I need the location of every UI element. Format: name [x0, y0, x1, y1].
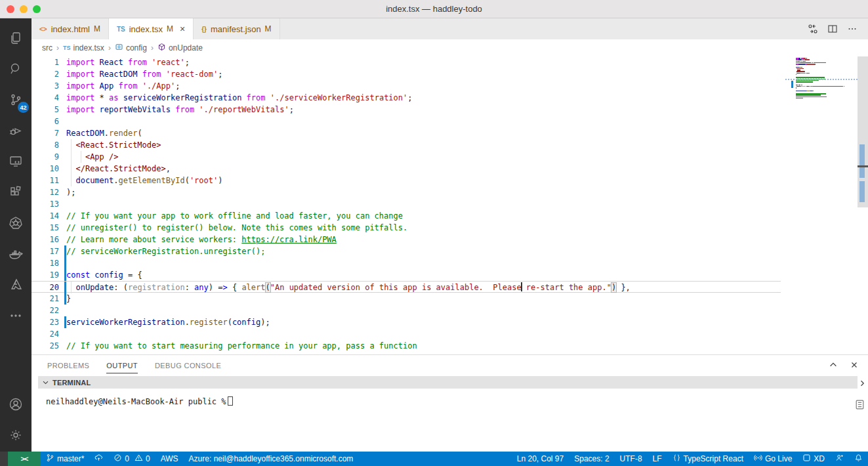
terminal-section-header[interactable]: TERMINAL	[38, 376, 858, 389]
window-close-button[interactable]	[7, 5, 14, 13]
code-line-2[interactable]: 2import ReactDOM from 'react-dom';	[31, 68, 781, 80]
code-line-21[interactable]: 21}	[31, 293, 781, 305]
statusbar-item-lf[interactable]: LF	[648, 452, 667, 466]
code-line-22[interactable]: 22	[31, 305, 781, 316]
line-number: 23	[31, 316, 59, 328]
activity-item-accounts[interactable]	[0, 390, 31, 421]
window-zoom-button[interactable]	[33, 5, 41, 13]
code-editor[interactable]: 1import React from 'react';2import React…	[31, 56, 868, 354]
broadcast-icon	[754, 454, 762, 464]
code-line-18[interactable]: 18	[31, 257, 781, 269]
code-text: // serviceWorkerRegistration.unregister(…	[66, 245, 265, 257]
overview-ruler-scrollbar[interactable]	[858, 56, 868, 354]
tab-index.tsx[interactable]: TSindex.tsxM×	[109, 18, 194, 39]
panel-tab-debug-console[interactable]: DEBUG CONSOLE	[155, 357, 221, 373]
window-minimize-button[interactable]	[20, 5, 28, 13]
statusbar-item-aws[interactable]: AWS	[155, 452, 184, 466]
activity-item-source-control[interactable]: 42	[0, 85, 31, 116]
kubernetes-icon	[8, 215, 24, 234]
modified-indicator: M	[265, 24, 272, 33]
activity-item-extensions[interactable]	[0, 178, 31, 209]
activity-item-kubernetes[interactable]	[0, 209, 31, 240]
activity-item-explorer[interactable]	[0, 24, 31, 54]
terminal-section-title: TERMINAL	[52, 379, 91, 387]
code-text: onUpdate: (registration: any) => { alert…	[66, 282, 630, 292]
activity-item-remote-explorer[interactable]	[0, 147, 31, 178]
code-text: import App from './App';	[66, 80, 180, 92]
breadcrumb-item-src[interactable]: src	[42, 43, 52, 53]
breadcrumb-item-config[interactable]: config	[115, 43, 147, 53]
statusbar-item-bell[interactable]	[849, 452, 868, 466]
breadcrumb-item-index.tsx[interactable]: TSindex.tsx	[63, 43, 104, 53]
remote-window-indicator[interactable]: ><	[8, 452, 41, 466]
code-line-6[interactable]: 6	[31, 116, 781, 127]
code-line-12[interactable]: 12);	[31, 186, 781, 198]
statusbar-item-0[interactable]: 00	[108, 452, 155, 466]
statusbar-item-typescript[interactable]: TypeScript React	[667, 452, 749, 466]
statusbar-item-cloud-upload[interactable]	[89, 452, 108, 466]
code-line-19[interactable]: 19const config = {	[31, 269, 781, 281]
statusbar-item-utf-8[interactable]: UTF-8	[615, 452, 648, 466]
code-line-10[interactable]: 10 </React.StrictMode>,	[31, 163, 781, 175]
modified-indicator: M	[94, 24, 100, 33]
activity-item-run-debug[interactable]	[0, 116, 31, 147]
maximize-panel-icon[interactable]	[827, 359, 839, 371]
indent-guide	[71, 151, 72, 163]
close-tab-icon[interactable]: ×	[180, 24, 185, 34]
gutter-modified-indicator	[64, 293, 66, 305]
feedback-person-icon	[835, 454, 844, 464]
statusbar-item-go[interactable]: Go Live	[749, 452, 797, 466]
activity-item-settings[interactable]	[0, 421, 31, 452]
line-number: 11	[31, 175, 59, 186]
statusbar-corner	[0, 452, 8, 466]
statusbar-item-spaces[interactable]: Spaces: 2	[569, 452, 614, 466]
html-file-icon: <>	[39, 26, 47, 33]
terminal-output[interactable]: neilhaddley@Neils-MacBook-Air public %	[31, 389, 868, 452]
more-actions-icon[interactable]	[846, 22, 859, 35]
code-line-24[interactable]: 24	[31, 328, 781, 340]
line-number: 15	[31, 222, 59, 234]
terminal-scrollback-icon[interactable]	[854, 399, 865, 412]
minimap[interactable]	[791, 56, 858, 354]
panel-tab-output[interactable]: OUTPUT	[106, 357, 138, 373]
statusbar-item-master[interactable]: master*	[41, 452, 89, 466]
code-line-11[interactable]: 11 document.getElementById('root')	[31, 175, 781, 186]
bell-icon	[854, 454, 863, 464]
activity-item-more[interactable]	[0, 301, 31, 332]
code-line-17[interactable]: 17// serviceWorkerRegistration.unregiste…	[31, 245, 781, 257]
ruler-modified-decoration	[859, 144, 865, 178]
activity-item-search[interactable]	[0, 54, 31, 85]
code-line-14[interactable]: 14// If you want your app to work offlin…	[31, 210, 781, 222]
statusbar-item-ln[interactable]: Ln 20, Col 97	[512, 452, 569, 466]
xd-square-icon	[802, 454, 811, 464]
code-line-5[interactable]: 5import reportWebVitals from './reportWe…	[31, 104, 781, 116]
activity-item-docker[interactable]	[0, 240, 31, 270]
statusbar-item-feedback-person[interactable]	[830, 452, 849, 466]
symbol-field-icon	[115, 43, 123, 53]
code-line-13[interactable]: 13	[31, 198, 781, 210]
code-line-16[interactable]: 16// Learn more about service workers: h…	[31, 234, 781, 245]
code-line-23[interactable]: 23serviceWorkerRegistration.register(con…	[31, 316, 781, 328]
code-line-25[interactable]: 25// If you want to start measuring perf…	[31, 340, 781, 352]
breadcrumb-item-onUpdate[interactable]: onUpdate	[157, 43, 203, 53]
close-panel-icon[interactable]	[848, 359, 860, 371]
code-line-9[interactable]: 9 <App />	[31, 151, 781, 163]
tab-index.html[interactable]: <>index.htmlM	[31, 18, 109, 39]
code-line-20[interactable]: 20 onUpdate: (registration: any) => { al…	[31, 281, 781, 293]
code-line-4[interactable]: 4import * as serviceWorkerRegistration f…	[31, 92, 781, 104]
code-line-3[interactable]: 3import App from './App';	[31, 80, 781, 92]
tab-manifest.json[interactable]: {}manifest.jsonM	[194, 18, 279, 39]
ts-file-icon: TS	[63, 45, 71, 51]
statusbar-item-azure[interactable]: Azure: neil@haddleyoffice365.onmicrosoft…	[184, 452, 359, 466]
code-line-8[interactable]: 8 <React.StrictMode>	[31, 139, 781, 151]
line-number: 1	[31, 56, 59, 68]
line-number: 25	[31, 340, 59, 352]
code-line-15[interactable]: 15// unregister() to register() below. N…	[31, 222, 781, 234]
activity-item-azure[interactable]	[0, 270, 31, 301]
code-line-7[interactable]: 7ReactDOM.render(	[31, 127, 781, 139]
split-editor-icon[interactable]	[826, 22, 839, 35]
panel-tab-problems[interactable]: PROBLEMS	[47, 357, 89, 373]
code-line-1[interactable]: 1import React from 'react';	[31, 56, 781, 68]
statusbar-item-xd[interactable]: XD	[797, 452, 830, 466]
open-changes-icon[interactable]	[806, 22, 819, 35]
